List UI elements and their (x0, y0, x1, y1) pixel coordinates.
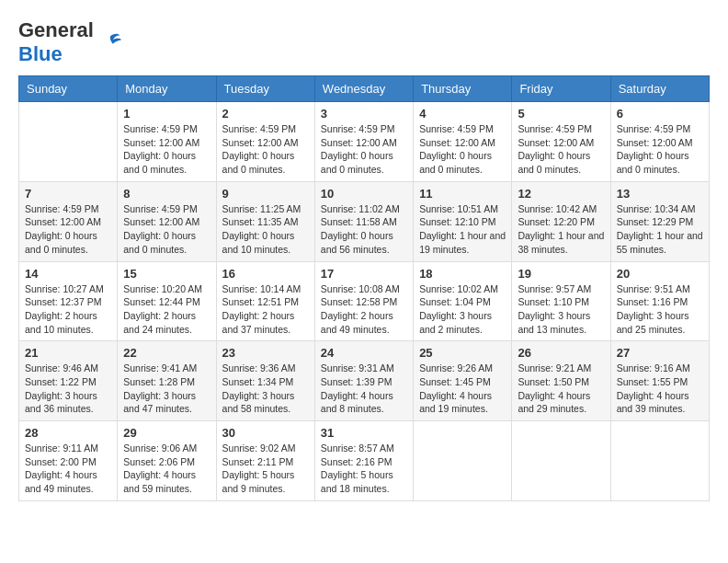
calendar-header-row: SundayMondayTuesdayWednesdayThursdayFrid… (19, 76, 710, 102)
calendar-week-row: 7Sunrise: 4:59 PM Sunset: 12:00 AM Dayli… (19, 181, 710, 261)
day-info: Sunrise: 4:59 PM Sunset: 12:00 AM Daylig… (123, 202, 210, 257)
calendar-cell: 25Sunrise: 9:26 AM Sunset: 1:45 PM Dayli… (414, 341, 512, 421)
calendar-cell (610, 421, 709, 501)
day-number: 16 (222, 267, 309, 281)
calendar-cell: 13Sunrise: 10:34 AM Sunset: 12:29 PM Day… (610, 181, 709, 261)
day-info: Sunrise: 9:06 AM Sunset: 2:06 PM Dayligh… (123, 442, 210, 496)
day-number: 23 (222, 346, 309, 360)
calendar-cell (19, 102, 118, 182)
day-info: Sunrise: 9:31 AM Sunset: 1:39 PM Dayligh… (321, 362, 407, 416)
calendar-cell: 9Sunrise: 11:25 AM Sunset: 11:35 AM Dayl… (216, 181, 314, 261)
calendar-cell: 10Sunrise: 11:02 AM Sunset: 11:58 AM Day… (314, 181, 413, 261)
day-info: Sunrise: 4:59 PM Sunset: 12:00 AM Daylig… (222, 122, 309, 177)
day-info: Sunrise: 8:57 AM Sunset: 2:16 PM Dayligh… (321, 442, 407, 496)
day-number: 22 (123, 346, 210, 360)
day-number: 2 (222, 107, 309, 121)
day-number: 19 (518, 267, 604, 281)
day-number: 11 (419, 187, 506, 201)
day-info: Sunrise: 9:26 AM Sunset: 1:45 PM Dayligh… (419, 362, 506, 416)
logo-blue: Blue (18, 42, 63, 65)
calendar-cell: 17Sunrise: 10:08 AM Sunset: 12:58 PM Day… (314, 261, 413, 341)
day-number: 14 (25, 267, 111, 281)
calendar-cell: 19Sunrise: 9:57 AM Sunset: 1:10 PM Dayli… (512, 261, 610, 341)
day-number: 3 (321, 107, 407, 121)
day-number: 20 (617, 267, 703, 281)
day-info: Sunrise: 9:41 AM Sunset: 1:28 PM Dayligh… (123, 362, 210, 416)
day-info: Sunrise: 10:51 AM Sunset: 12:10 PM Dayli… (419, 202, 506, 257)
day-number: 9 (222, 187, 309, 201)
calendar-cell: 28Sunrise: 9:11 AM Sunset: 2:00 PM Dayli… (19, 421, 118, 501)
day-number: 30 (222, 426, 309, 440)
day-number: 5 (518, 107, 604, 121)
day-number: 8 (123, 187, 210, 201)
day-info: Sunrise: 9:36 AM Sunset: 1:34 PM Dayligh… (222, 362, 309, 416)
calendar-cell: 4Sunrise: 4:59 PM Sunset: 12:00 AM Dayli… (414, 102, 512, 182)
day-of-week-sunday: Sunday (19, 76, 118, 102)
day-number: 28 (25, 426, 111, 440)
calendar-cell: 14Sunrise: 10:27 AM Sunset: 12:37 PM Day… (19, 261, 118, 341)
calendar-cell: 2Sunrise: 4:59 PM Sunset: 12:00 AM Dayli… (216, 102, 314, 182)
calendar-cell (512, 421, 610, 501)
day-number: 24 (321, 346, 407, 360)
logo-general: General (18, 18, 94, 41)
calendar-cell: 7Sunrise: 4:59 PM Sunset: 12:00 AM Dayli… (19, 181, 118, 261)
day-number: 25 (419, 346, 506, 360)
calendar-cell: 18Sunrise: 10:02 AM Sunset: 1:04 PM Dayl… (414, 261, 512, 341)
day-number: 6 (617, 107, 703, 121)
calendar-cell: 24Sunrise: 9:31 AM Sunset: 1:39 PM Dayli… (314, 341, 413, 421)
day-info: Sunrise: 4:59 PM Sunset: 12:00 AM Daylig… (419, 122, 506, 177)
day-of-week-wednesday: Wednesday (314, 76, 413, 102)
calendar-cell: 11Sunrise: 10:51 AM Sunset: 12:10 PM Day… (414, 181, 512, 261)
day-info: Sunrise: 10:14 AM Sunset: 12:51 PM Dayli… (222, 282, 309, 337)
day-number: 15 (123, 267, 210, 281)
calendar-cell: 6Sunrise: 4:59 PM Sunset: 12:00 AM Dayli… (610, 102, 709, 182)
day-info: Sunrise: 9:02 AM Sunset: 2:11 PM Dayligh… (222, 442, 309, 496)
day-info: Sunrise: 4:59 PM Sunset: 12:00 AM Daylig… (617, 122, 703, 177)
day-number: 29 (123, 426, 210, 440)
calendar-cell: 15Sunrise: 10:20 AM Sunset: 12:44 PM Day… (118, 261, 216, 341)
calendar-cell: 16Sunrise: 10:14 AM Sunset: 12:51 PM Day… (216, 261, 314, 341)
day-info: Sunrise: 10:42 AM Sunset: 12:20 PM Dayli… (518, 202, 604, 257)
day-info: Sunrise: 10:02 AM Sunset: 1:04 PM Daylig… (419, 282, 506, 337)
calendar-week-row: 14Sunrise: 10:27 AM Sunset: 12:37 PM Day… (19, 261, 710, 341)
day-info: Sunrise: 10:20 AM Sunset: 12:44 PM Dayli… (123, 282, 210, 337)
calendar-cell: 5Sunrise: 4:59 PM Sunset: 12:00 AM Dayli… (512, 102, 610, 182)
calendar-cell: 21Sunrise: 9:46 AM Sunset: 1:22 PM Dayli… (19, 341, 118, 421)
calendar-cell: 20Sunrise: 9:51 AM Sunset: 1:16 PM Dayli… (610, 261, 709, 341)
day-info: Sunrise: 11:02 AM Sunset: 11:58 AM Dayli… (321, 202, 407, 257)
day-of-week-saturday: Saturday (610, 76, 709, 102)
calendar-cell: 3Sunrise: 4:59 PM Sunset: 12:00 AM Dayli… (314, 102, 413, 182)
day-info: Sunrise: 10:08 AM Sunset: 12:58 PM Dayli… (321, 282, 407, 337)
day-info: Sunrise: 4:59 PM Sunset: 12:00 AM Daylig… (321, 122, 407, 177)
day-info: Sunrise: 4:59 PM Sunset: 12:00 AM Daylig… (25, 202, 111, 257)
day-info: Sunrise: 10:34 AM Sunset: 12:29 PM Dayli… (617, 202, 703, 257)
day-of-week-thursday: Thursday (414, 76, 512, 102)
day-number: 13 (617, 187, 703, 201)
calendar-table: SundayMondayTuesdayWednesdayThursdayFrid… (18, 75, 710, 501)
calendar-cell: 27Sunrise: 9:16 AM Sunset: 1:55 PM Dayli… (610, 341, 709, 421)
day-number: 12 (518, 187, 604, 201)
day-info: Sunrise: 11:25 AM Sunset: 11:35 AM Dayli… (222, 202, 309, 257)
day-number: 10 (321, 187, 407, 201)
calendar-cell: 22Sunrise: 9:41 AM Sunset: 1:28 PM Dayli… (118, 341, 216, 421)
day-info: Sunrise: 9:16 AM Sunset: 1:55 PM Dayligh… (617, 362, 703, 416)
day-number: 7 (25, 187, 111, 201)
day-number: 1 (123, 107, 210, 121)
calendar-cell: 1Sunrise: 4:59 PM Sunset: 12:00 AM Dayli… (118, 102, 216, 182)
logo-bird-icon (97, 29, 123, 55)
day-info: Sunrise: 9:57 AM Sunset: 1:10 PM Dayligh… (518, 282, 604, 337)
day-number: 26 (518, 346, 604, 360)
calendar-cell (414, 421, 512, 501)
page-header: General Blue (18, 18, 710, 66)
day-number: 4 (419, 107, 506, 121)
day-number: 17 (321, 267, 407, 281)
calendar-cell: 29Sunrise: 9:06 AM Sunset: 2:06 PM Dayli… (118, 421, 216, 501)
logo: General Blue (18, 18, 123, 66)
calendar-week-row: 28Sunrise: 9:11 AM Sunset: 2:00 PM Dayli… (19, 421, 710, 501)
day-info: Sunrise: 9:46 AM Sunset: 1:22 PM Dayligh… (25, 362, 111, 416)
logo-text: General Blue (18, 18, 94, 66)
day-info: Sunrise: 9:51 AM Sunset: 1:16 PM Dayligh… (617, 282, 703, 337)
calendar-cell: 8Sunrise: 4:59 PM Sunset: 12:00 AM Dayli… (118, 181, 216, 261)
calendar-cell: 12Sunrise: 10:42 AM Sunset: 12:20 PM Day… (512, 181, 610, 261)
day-number: 31 (321, 426, 407, 440)
